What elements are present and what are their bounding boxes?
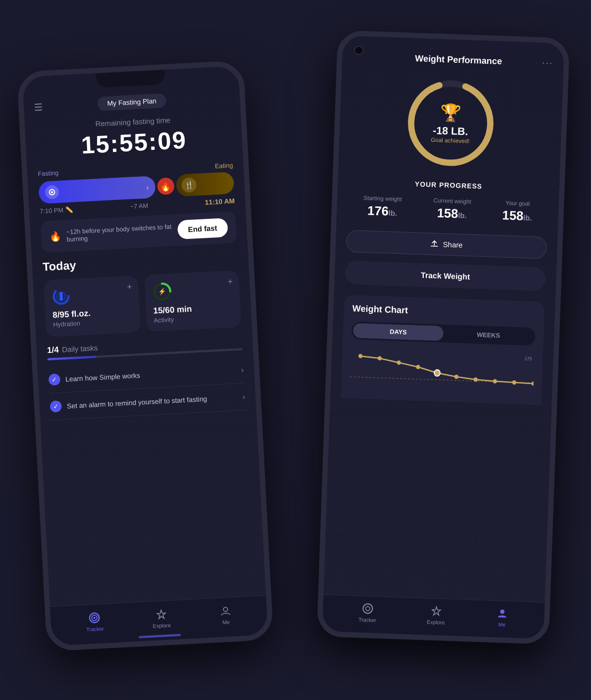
edit-icon[interactable]: ✏️ [65,205,74,213]
svg-point-19 [416,365,420,369]
menu-icon[interactable]: ☰ [34,101,43,113]
today-section: Today + 8/95 [42,250,245,420]
stat-starting-weight: Starting weight 176lb. [363,194,402,219]
end-fast-row: 🔥 ~12h before your body switches to fat … [40,211,237,253]
weight-chart-section: Weight Chart DAYS WEEKS [341,294,545,405]
activity-add-icon[interactable]: + [227,276,233,286]
bottom-nav-right: Tracker Explore Me [322,594,545,639]
top-bar: ☰ My Fasting Plan [34,90,230,114]
nav-explore[interactable]: Explore [152,607,171,629]
goal-achieved: Goal achieved! [431,136,470,144]
svg-point-18 [397,360,401,365]
approx-time: ~7 AM [130,202,148,210]
nav-explore-label: Explore [152,622,170,629]
today-title: Today [42,250,238,274]
chart-title: Weight Chart [352,303,536,320]
stat-label-2: Your goal [502,199,532,207]
nav-me-label: Me [222,619,230,625]
task-check-1: ✓ [49,373,61,386]
chart-tab-weeks[interactable]: WEEKS [443,326,534,344]
nav-right-explore-label: Explore [427,619,445,625]
svg-point-24 [512,380,517,384]
nav-tracker-label: Tracker [86,625,104,632]
nav-right-explore[interactable]: Explore [427,604,445,625]
svg-text:175: 175 [525,356,532,361]
tasks-progress-fill [47,356,97,360]
eating-label: Eating [215,161,233,170]
right-explore-icon [430,604,443,617]
nav-tracker[interactable]: Tracker [85,610,104,632]
share-label: Share [443,240,463,249]
end-fast-button[interactable]: End fast [177,218,228,239]
svg-point-12 [223,607,227,611]
svg-marker-11 [157,609,166,618]
camera-punch-hole [354,45,364,55]
daily-tasks-section: 1/4 Daily tasks ✓ Learn how Simple works… [47,335,246,420]
nav-right-me[interactable]: Me [495,607,509,628]
nav-me[interactable]: Me [218,604,232,625]
hydration-add-icon[interactable]: + [127,282,132,291]
svg-point-17 [378,356,382,360]
progress-stats: Starting weight 176lb. Current weight 15… [347,194,548,224]
progress-ring-container: 🏆 -18 LB. Goal achieved! [349,72,552,174]
svg-point-10 [93,616,96,618]
svg-point-20 [434,369,440,376]
stat-value-1: 158lb. [437,205,467,220]
eating-bar[interactable]: 🍴 [176,171,234,197]
track-weight-button[interactable]: Track Weight [345,260,546,291]
me-icon [218,604,232,617]
right-header: Weight Performance ··· [352,46,554,69]
explore-icon [155,607,168,620]
fasting-bar-icon [45,185,59,199]
svg-point-25 [531,381,535,386]
weight-change: -18 LB. [431,124,470,138]
eating-bar-icon: 🍴 [181,177,196,193]
start-time: 7:10 PM ✏️ [40,205,73,214]
nav-right-me-label: Me [498,621,506,627]
right-me-icon [495,607,509,620]
svg-point-22 [474,377,478,381]
svg-point-27 [363,603,373,613]
progress-ring: 🏆 -18 LB. Goal achieved! [402,74,500,172]
task-arrow-1: › [241,365,244,373]
task-check-2: ✓ [50,400,62,412]
task-arrow-2: › [242,392,245,400]
tasks-label: Daily tasks [62,343,98,354]
task-text-1: Learn how Simple works [65,366,236,383]
svg-point-1 [51,191,53,193]
svg-point-16 [358,353,363,358]
hydration-card[interactable]: + 8/95 fl.oz. Hydration [43,275,140,337]
svg-point-23 [493,379,497,383]
share-button[interactable]: Share [346,229,547,258]
left-phone: ☰ My Fasting Plan Remaining fasting time… [17,60,274,651]
fasting-bar-section: Fasting Eating › 🔥 [37,160,235,215]
svg-point-30 [500,609,504,613]
fasting-bar[interactable]: › [38,176,156,204]
activity-ring-icon: ⚡ [152,281,173,302]
svg-marker-29 [432,606,441,615]
share-icon [430,239,439,248]
stat-current-weight: Current weight 158lb. [433,197,471,221]
stat-label-0: Starting weight [364,194,402,202]
nav-right-tracker[interactable]: Tracker [358,602,377,623]
right-tracker-icon [361,602,374,615]
nav-right-tracker-label: Tracker [358,617,376,623]
task-text-2: Set an alarm to remind yourself to start… [66,393,237,410]
right-phone: Weight Performance ··· 🏆 [317,30,570,645]
activity-card[interactable]: + ⚡ 15/60 min Activity [144,270,241,332]
svg-point-21 [454,375,459,379]
chart-area: 175 [349,348,535,396]
chart-tabs: DAYS WEEKS [351,321,536,346]
trophy-icon: 🏆 [432,102,471,123]
cards-row: + 8/95 fl.oz. Hydration [43,270,241,337]
tasks-count: 1/4 [47,345,59,355]
plan-pill[interactable]: My Fasting Plan [98,93,166,111]
more-options-icon[interactable]: ··· [542,57,554,69]
ring-center: 🏆 -18 LB. Goal achieved! [431,102,471,144]
fasting-arrow-icon: › [146,183,149,191]
stat-value-0: 176lb. [367,203,397,218]
fasting-label: Fasting [37,169,59,179]
hydration-icon [51,286,71,306]
chart-tab-days[interactable]: DAYS [353,323,444,341]
plan-pill-label: My Fasting Plan [107,97,157,107]
